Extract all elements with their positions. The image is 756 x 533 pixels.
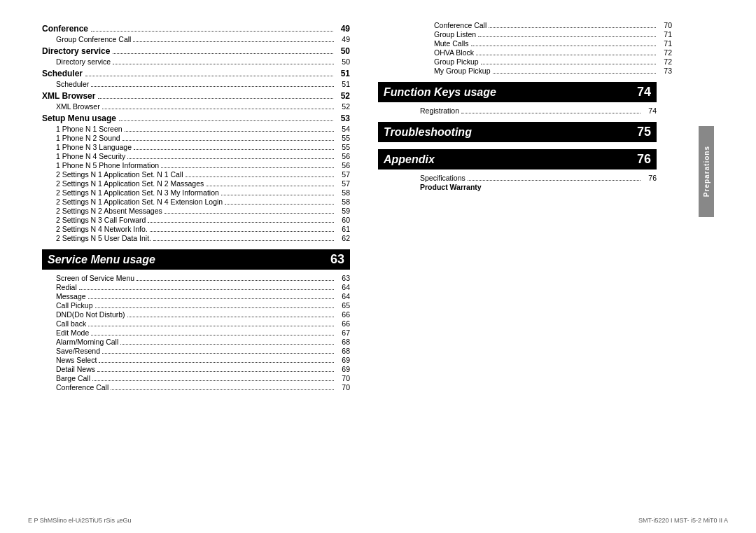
right-section-title: Appendix <box>384 153 435 166</box>
toc-entry-page: 63 <box>336 274 350 282</box>
toc-header-page: 53 <box>336 113 350 123</box>
toc-entry: DND(Do Not Disturb)66 <box>42 310 350 319</box>
toc-entry: Group Pickup72 <box>420 57 672 66</box>
right-section-bar: Function Keys usage74 <box>378 82 657 102</box>
toc-entry: 2 Settings N 2 Absent Messages59 <box>42 207 350 215</box>
toc-entry-page: 60 <box>336 216 350 224</box>
side-tab-label: Preparations <box>703 146 710 197</box>
toc-header: Conference49 <box>42 24 350 34</box>
right-column: Conference Call70Group Listen71Mute Call… <box>364 0 714 533</box>
toc-entry-page: 66 <box>336 319 350 328</box>
toc-entry-page: 69 <box>336 356 350 364</box>
toc-entry-label: 2 Settings N 2 Absent Messages <box>56 207 162 215</box>
toc-entry-page: 50 <box>336 57 350 66</box>
toc-entry-page: 55 <box>336 134 350 142</box>
toc-entry-label: 1 Phone N 5 Phone Information <box>56 161 159 169</box>
toc-entry: My Group Pickup73 <box>420 67 672 75</box>
toc-entry-label: 2 Settings N 1 Application Set. N 1 Call <box>56 170 183 179</box>
toc-entry: 2 Settings N 3 Call Forward60 <box>42 216 350 224</box>
toc-entry-page: 52 <box>336 102 350 111</box>
toc-entry-label: 1 Phone N 4 Security <box>56 152 125 160</box>
toc-entry-label: 2 Settings N 5 User Data Init. <box>56 234 151 242</box>
toc-entry-page: 70 <box>336 374 350 382</box>
toc-entry-label: 2 Settings N 1 Application Set. N 2 Mass… <box>56 179 204 188</box>
toc-entry: Call Pickup65 <box>42 301 350 310</box>
right-section-title: Troubleshooting <box>384 126 472 139</box>
right-section-entries: Registration74 <box>378 106 672 115</box>
toc-header-label: XML Browser <box>42 91 95 101</box>
footer: E P ShMSlino el-Ui2STiU5 rSis ᵹeGu SMT-i… <box>0 517 756 525</box>
toc-entry: Call back66 <box>42 319 350 328</box>
toc-entry: 2 Settings N 1 Application Set. N 2 Mass… <box>42 179 350 188</box>
toc-entry: Group Conference Call49 <box>42 35 350 43</box>
toc-entry-label: Group Listen <box>434 30 476 39</box>
toc-entry: Conference Call70 <box>420 21 672 29</box>
toc-header-page: 51 <box>336 69 350 78</box>
toc-entry-page: 57 <box>336 179 350 188</box>
side-tab: Preparations <box>699 126 714 217</box>
right-section-page: 76 <box>637 152 651 167</box>
toc-entry: 2 Settings N 5 User Data Init.62 <box>42 234 350 242</box>
toc-entry-page: 76 <box>643 174 657 182</box>
toc-entry-label: 2 Settings N 4 Network Info. <box>56 225 148 233</box>
toc-entry-label: Redial <box>56 283 77 291</box>
toc-entry-page: 70 <box>658 21 672 29</box>
toc-entry-page: 54 <box>336 125 350 133</box>
toc-entry-label: Scheduler <box>56 80 89 88</box>
toc-entry: Scheduler51 <box>42 80 350 88</box>
toc-entry-page: 72 <box>658 57 672 66</box>
toc-entry-page: 57 <box>336 170 350 179</box>
toc-entry-label: Specifications <box>420 174 465 182</box>
toc-entry: XML Browser52 <box>42 102 350 111</box>
footer-right: SMT-i5220 I MST- i5-2 MiT0 II A <box>638 517 728 525</box>
toc-entry: OHVA Block72 <box>420 48 672 57</box>
toc-entry: 2 Settings N 4 Network Info.61 <box>42 225 350 233</box>
toc-entry-label: News Select <box>56 356 97 364</box>
toc-entry: 1 Phone N 4 Security56 <box>42 152 350 160</box>
right-section-bar: Appendix76 <box>378 149 657 169</box>
toc-header-page: 50 <box>336 46 350 56</box>
toc-entry: 2 Settings N 1 Application Set. N 3 My I… <box>42 188 350 197</box>
toc-entry-label: Screen of Service Menu <box>56 274 134 282</box>
toc-entry-page: 71 <box>658 30 672 39</box>
toc-header: Setup Menu usage53 <box>42 113 350 123</box>
toc-entry: 1 Phone N 3 Language55 <box>42 143 350 151</box>
toc-entry-label: 1 Phone N 3 Language <box>56 143 132 151</box>
toc-entry-label: Conference Call <box>56 383 108 392</box>
toc-entry-page: 62 <box>336 234 350 242</box>
toc-entry-label: Registration <box>420 106 459 115</box>
right-section-title: Function Keys usage <box>384 86 496 99</box>
toc-entry-label: Mute Calls <box>434 39 469 48</box>
toc-entry-page: 64 <box>336 283 350 291</box>
toc-entry: Save/Resend68 <box>42 347 350 355</box>
toc-entry: Redial64 <box>42 283 350 291</box>
toc-entry-label: 1 Phone N 2 Sound <box>56 134 120 142</box>
toc-entry-label: 2 Settings N 1 Application Set. N 3 My I… <box>56 188 219 197</box>
toc-entry-label: Barge Call <box>56 374 90 382</box>
toc-entry-label: Product Warranty <box>420 183 482 191</box>
toc-entry-page: 65 <box>336 301 350 310</box>
toc-entry-label: 1 Phone N 1 Screen <box>56 125 122 133</box>
toc-entry-label: Group Pickup <box>434 57 479 66</box>
toc-entry-page: 68 <box>336 347 350 355</box>
toc-entry: 1 Phone N 5 Phone Information56 <box>42 161 350 169</box>
right-section-bar: Troubleshooting75 <box>378 122 657 142</box>
toc-entry: Barge Call70 <box>42 374 350 382</box>
toc-entry-label: 2 Settings N 1 Application Set. N 4 Exte… <box>56 198 223 206</box>
toc-entry-page: 67 <box>336 328 350 337</box>
toc-entry-label: Save/Resend <box>56 347 100 355</box>
toc-header-label: Conference <box>42 24 88 34</box>
toc-entry: 1 Phone N 2 Sound55 <box>42 134 350 142</box>
toc-entry: Directory service50 <box>42 57 350 66</box>
toc-header-page: 52 <box>336 91 350 101</box>
toc-header: Directory service50 <box>42 46 350 56</box>
section-bar-page: 63 <box>330 252 344 267</box>
toc-entry: Message64 <box>42 292 350 300</box>
toc-entry-label: OHVA Block <box>434 48 474 57</box>
toc-header: XML Browser52 <box>42 91 350 101</box>
service-menu-section-bar: Service Menu usage63 <box>42 249 350 270</box>
toc-header: Scheduler51 <box>42 69 350 78</box>
toc-header-page: 49 <box>336 24 350 34</box>
toc-entry-label: Group Conference Call <box>56 35 131 43</box>
toc-header-label: Setup Menu usage <box>42 113 116 123</box>
